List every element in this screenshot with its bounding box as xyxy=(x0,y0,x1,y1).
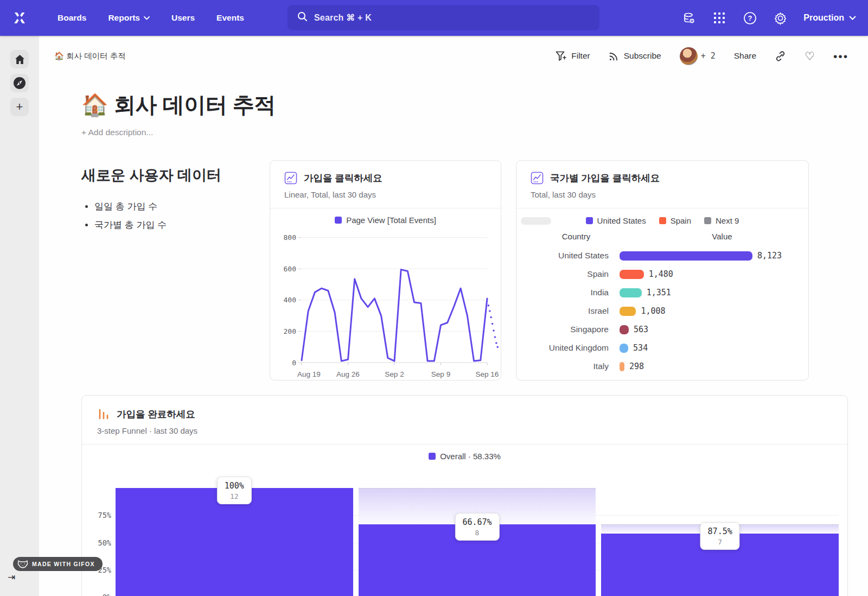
chevron-down-icon xyxy=(144,16,150,20)
funnel-step-2[interactable]: 66.67%8 xyxy=(359,471,596,596)
add-description[interactable]: + Add description... xyxy=(81,128,848,137)
bar-chart-card[interactable]: 국가별 가입을 클릭하세요 Total, last 30 days United… xyxy=(516,160,809,381)
card-subtitle: 3-step Funnel · last 30 days xyxy=(97,426,832,444)
table-row[interactable]: Singapore563 xyxy=(516,320,808,339)
nav-item-boards[interactable]: Boards xyxy=(49,8,95,28)
heart-icon: ♡ xyxy=(805,50,815,62)
value-bar[interactable] xyxy=(620,344,628,353)
card-title: 가입을 클릭하세요 xyxy=(304,172,382,185)
funnel-step-3[interactable]: 87.5%7 xyxy=(601,471,839,596)
step-conversion-pct: 87.5% xyxy=(708,527,732,536)
data-management-icon[interactable] xyxy=(682,11,696,25)
mixpanel-logo-icon[interactable]: X xyxy=(10,9,29,27)
country-label: United States xyxy=(516,251,609,261)
nav-item-events[interactable]: Events xyxy=(208,8,253,28)
home-button[interactable] xyxy=(10,50,29,68)
settings-gear-icon[interactable] xyxy=(773,11,787,25)
plus-icon: + xyxy=(16,101,23,113)
left-rail: + ⇥ xyxy=(0,36,39,596)
svg-text:800: 800 xyxy=(284,233,296,242)
value-label: 8,123 xyxy=(757,251,782,261)
value-bar[interactable] xyxy=(620,270,644,279)
more-options-button[interactable]: ••• xyxy=(833,50,848,62)
copy-link-button[interactable] xyxy=(775,50,786,62)
apps-grid-icon[interactable] xyxy=(712,11,726,25)
funnel-ytick: 0% xyxy=(103,593,111,596)
value-bar[interactable] xyxy=(620,307,636,316)
column-header-value[interactable]: Value xyxy=(636,232,808,241)
text-widget-bullet: 국가별 총 가입 수 xyxy=(94,219,269,231)
ellipsis-icon: ••• xyxy=(833,50,848,62)
line-chart-plot[interactable]: 0200400600800Aug 19Aug 26Sep 2Sep 9Sep 1… xyxy=(276,226,499,381)
value-bar[interactable] xyxy=(620,251,752,261)
funnel-plot: 75%50%25%0% 100%1266.67%887.5%7 xyxy=(82,466,847,596)
board-header: 🏠 회사 데이터 추적 Filter Subscribe + 2 Share ♡ xyxy=(39,36,868,76)
table-row[interactable]: United States8,123 xyxy=(516,246,808,265)
svg-text:Aug 26: Aug 26 xyxy=(336,370,360,378)
legend-item[interactable]: Next 9 xyxy=(704,216,739,225)
project-selector[interactable]: Prouction xyxy=(803,13,856,23)
value-label: 563 xyxy=(634,325,648,334)
home-icon xyxy=(15,54,25,65)
nav-item-reports[interactable]: Reports xyxy=(99,8,158,28)
filter-button[interactable]: Filter xyxy=(556,51,590,61)
value-label: 1,008 xyxy=(641,306,665,316)
legend-swatch xyxy=(335,217,342,224)
table-row[interactable]: United Kingdom534 xyxy=(516,339,808,357)
step-count: 12 xyxy=(225,492,244,500)
table-row[interactable]: India1,351 xyxy=(516,283,808,302)
funnel-step-tooltip: 100%12 xyxy=(217,477,252,504)
table-row-partial xyxy=(516,376,808,381)
nav-item-users[interactable]: Users xyxy=(163,8,203,28)
explore-button[interactable] xyxy=(10,74,29,92)
value-bar[interactable] xyxy=(620,288,642,297)
table-row[interactable]: Israel1,008 xyxy=(516,302,808,320)
funnel-chart-card[interactable]: 가입을 완료하세요 3-step Funnel · last 30 days O… xyxy=(81,395,848,596)
table-row[interactable]: Spain1,480 xyxy=(516,265,808,283)
value-label: 298 xyxy=(629,362,644,371)
legend-label: Overall · 58.33% xyxy=(440,452,501,461)
value-bar[interactable] xyxy=(620,362,624,371)
favorite-button[interactable]: ♡ xyxy=(805,50,815,62)
filter-icon xyxy=(556,51,566,61)
legend-item[interactable]: United States xyxy=(586,216,646,225)
collaborators[interactable]: + 2 xyxy=(680,47,716,65)
breadcrumb[interactable]: 🏠 회사 데이터 추적 xyxy=(54,51,126,61)
value-label: 1,480 xyxy=(649,269,673,279)
help-icon[interactable]: ? xyxy=(743,11,757,25)
country-label: Israel xyxy=(516,306,609,316)
top-nav: X BoardsReportsUsersEvents Search ⌘ + K … xyxy=(0,0,868,36)
subscribe-button[interactable]: Subscribe xyxy=(609,51,661,61)
avatar xyxy=(680,47,698,65)
nav-item-label: Events xyxy=(216,13,244,23)
step-count: 7 xyxy=(708,538,732,546)
legend-placeholder-pill xyxy=(521,217,551,225)
legend-label: Next 9 xyxy=(716,216,739,225)
svg-text:200: 200 xyxy=(284,327,296,335)
nav-item-label: Users xyxy=(171,13,195,23)
collapse-sidebar-icon[interactable]: ⇥ xyxy=(8,572,15,583)
gifox-label: MADE WITH GIFOX xyxy=(32,561,95,567)
column-header-country[interactable]: Country xyxy=(516,232,636,241)
gifox-badge: MADE WITH GIFOX xyxy=(13,557,103,571)
share-button[interactable]: Share xyxy=(734,51,756,61)
search-input[interactable]: Search ⌘ + K xyxy=(288,5,599,30)
collaborators-more: + 2 xyxy=(701,51,716,61)
country-label: United Kingdom xyxy=(516,343,609,353)
svg-text:400: 400 xyxy=(284,296,296,304)
funnel-step-tooltip: 87.5%7 xyxy=(700,522,740,550)
funnel-step-1[interactable]: 100%12 xyxy=(116,471,353,596)
legend-item[interactable]: Spain xyxy=(659,216,691,225)
add-board-button[interactable]: + xyxy=(10,98,29,116)
content-area: 🏠 회사 데이터 추적 Filter Subscribe + 2 Share ♡ xyxy=(39,36,868,596)
line-chart-card[interactable]: 가입을 클릭하세요 Linear, Total, last 30 days Pa… xyxy=(270,160,501,381)
chevron-down-icon xyxy=(849,16,856,20)
card-title: 국가별 가입을 클릭하세요 xyxy=(550,172,660,185)
legend-swatch xyxy=(704,217,711,224)
value-bar[interactable] xyxy=(620,325,629,334)
legend-item[interactable]: Page View [Total Events] xyxy=(335,215,436,225)
step-conversion-pct: 66.67% xyxy=(462,517,492,527)
svg-text:600: 600 xyxy=(284,265,296,273)
table-row[interactable]: Italy298 xyxy=(516,357,808,376)
legend-item[interactable]: Overall · 58.33% xyxy=(429,452,501,461)
